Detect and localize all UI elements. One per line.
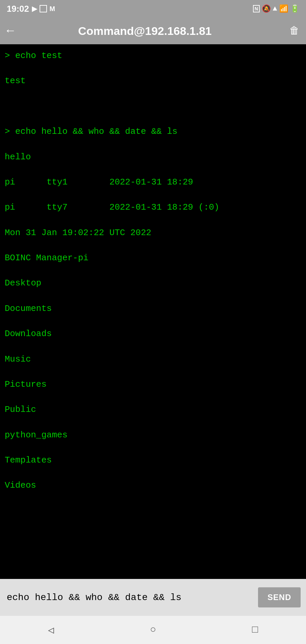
status-system-icons: N 🔕 ▲ 📶 🔋 <box>253 4 299 13</box>
terminal-line: Mon 31 Jan 19:02:22 UTC 2022 <box>5 227 301 239</box>
command-input[interactable] <box>5 590 254 605</box>
terminal-line: > echo test <box>5 50 301 62</box>
terminal-line: Downloads <box>5 328 301 340</box>
back-button[interactable]: ← <box>7 24 14 38</box>
terminal-line: pi tty1 2022-01-31 18:29 <box>5 176 301 189</box>
terminal-line: test <box>5 75 301 88</box>
toolbar: ← Command@192.168.1.81 🗑 <box>0 17 306 44</box>
terminal-line: Videos <box>5 479 301 492</box>
send-button[interactable]: SEND <box>258 587 301 607</box>
status-bar: 19:02 ▶ M N 🔕 ▲ 📶 🔋 <box>0 0 306 17</box>
signal-icon: 📶 <box>279 4 288 13</box>
terminal-line <box>5 100 301 113</box>
toolbar-title: Command@192.168.1.81 <box>21 24 269 38</box>
terminal-line: Templates <box>5 454 301 467</box>
terminal-line: python_games <box>5 429 301 442</box>
nav-back-icon[interactable]: ◁ <box>48 624 54 636</box>
wifi-icon: ▲ <box>273 5 277 13</box>
terminal-line: Public <box>5 404 301 416</box>
terminal-line: Documents <box>5 303 301 315</box>
status-time: 19:02 <box>7 4 29 14</box>
terminal-line: > echo hello && who && date && ls <box>5 125 301 138</box>
youtube-icon: ▶ <box>32 5 37 13</box>
terminal-line: pi tty7 2022-01-31 18:29 (:0) <box>5 201 301 214</box>
gmail-icon: M <box>50 5 55 13</box>
terminal-line: hello <box>5 151 301 164</box>
delete-button[interactable]: 🗑 <box>289 25 299 37</box>
terminal-output: > echo testtest > echo hello && who && d… <box>0 44 306 579</box>
terminal-line: BOINC Manager-pi <box>5 252 301 265</box>
battery-icon: 🔋 <box>290 4 299 13</box>
terminal-line: Pictures <box>5 378 301 391</box>
notifications-muted-icon: 🔕 <box>262 4 271 13</box>
nav-home-icon[interactable]: ○ <box>150 624 156 636</box>
terminal-line: Desktop <box>5 277 301 290</box>
nav-bar: ◁ ○ □ <box>0 616 306 644</box>
input-area: SEND <box>0 579 306 616</box>
nfc-icon: N <box>253 5 260 12</box>
terminal-line: Music <box>5 353 301 366</box>
nav-recent-icon[interactable]: □ <box>252 624 258 636</box>
status-time-area: 19:02 ▶ M <box>7 4 55 14</box>
square-icon <box>40 5 47 12</box>
